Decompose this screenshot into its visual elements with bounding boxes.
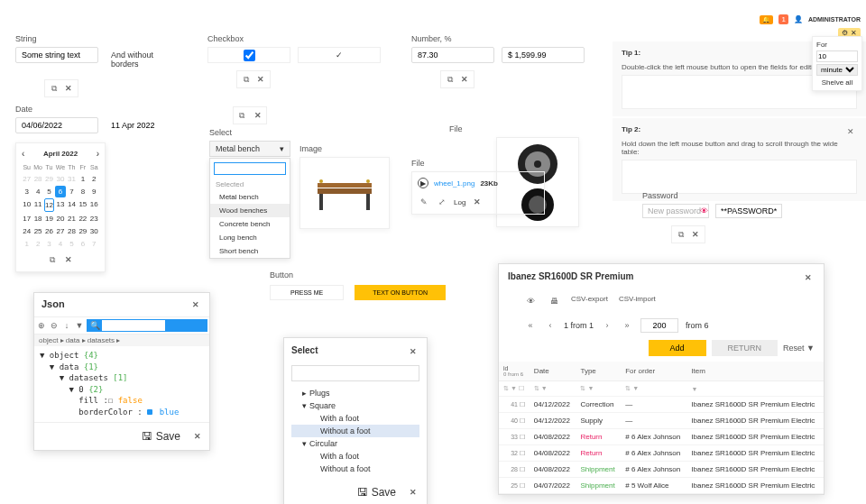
close-icon[interactable]: ✕ [62, 253, 75, 266]
expand-icon[interactable]: ⤢ [436, 196, 448, 208]
return-button[interactable]: RETURN [712, 340, 778, 356]
edit-icon[interactable]: ✎ [418, 196, 430, 208]
first-page-icon[interactable]: « [524, 319, 537, 332]
number-input-2[interactable] [502, 47, 585, 63]
col-item[interactable]: Item [686, 362, 824, 381]
cal-day[interactable]: 6 [55, 186, 65, 197]
json-line[interactable]: fill :☐ false [40, 395, 204, 407]
sort-icon[interactable]: ↓ [61, 319, 72, 332]
checkbox-2-cell[interactable]: ✓ [298, 47, 381, 63]
filter-type[interactable]: ⇅ ▼ [576, 381, 621, 397]
cal-day[interactable]: 4 [32, 186, 42, 197]
select-control[interactable]: Metal bench ▾ [209, 141, 290, 157]
text-on-button[interactable]: TEXT ON BUTTON [355, 285, 446, 300]
table-row[interactable]: 25 ☐04/07/2022Shippment# 5 Wolf AliceIba… [499, 478, 824, 494]
cal-day[interactable]: 14 [67, 198, 77, 212]
close-icon[interactable]: ✕ [407, 345, 419, 358]
csv-export[interactable]: CSV-export [571, 295, 608, 307]
cal-day[interactable]: 20 [55, 213, 65, 225]
close-icon[interactable]: ✕ [471, 196, 484, 208]
cal-day[interactable]: 12 [44, 198, 54, 212]
select2-search[interactable] [291, 365, 419, 381]
select-option[interactable]: Concrete bench [210, 217, 290, 231]
cal-day[interactable]: 9 [89, 186, 99, 197]
select-option[interactable]: Metal bench [210, 190, 290, 204]
json-save-button[interactable]: 🖫Save [136, 428, 186, 444]
copy-icon[interactable]: ⧉ [46, 253, 59, 266]
cal-day[interactable]: 7 [67, 186, 77, 197]
string-input[interactable] [15, 47, 98, 63]
cal-day[interactable]: 30 [55, 173, 65, 185]
col-type[interactable]: Type [576, 362, 621, 381]
file-log[interactable]: Log [454, 198, 465, 206]
cal-day[interactable]: 6 [78, 238, 88, 250]
filter-id[interactable]: ⇅ ▼ ☐ [499, 381, 530, 397]
cal-day[interactable]: 15 [78, 198, 88, 212]
cal-day[interactable]: 7 [89, 238, 99, 250]
file-name[interactable]: wheel_1.png [434, 179, 474, 188]
copy-icon[interactable]: ⧉ [48, 82, 60, 95]
cal-day[interactable]: 25 [32, 225, 42, 237]
expand-all-icon[interactable]: ⊕ [36, 319, 47, 332]
last-page-icon[interactable]: » [621, 319, 633, 332]
bell-icon[interactable]: 🔔 [760, 15, 773, 24]
select2-save-button[interactable]: 🖫Save [352, 484, 401, 500]
tree-item[interactable]: ▾Circular [291, 437, 419, 450]
cal-day[interactable]: 18 [32, 213, 42, 225]
json-search-input[interactable] [102, 320, 165, 331]
cal-day[interactable]: 27 [55, 225, 65, 237]
prev-page-icon[interactable]: ‹ [544, 319, 557, 332]
copy-icon[interactable]: ⧉ [240, 73, 253, 86]
password-input-new[interactable] [642, 204, 709, 218]
cal-day[interactable]: 5 [44, 186, 54, 197]
json-line[interactable]: ▼ data {1} [40, 362, 204, 373]
json-breadcrumb[interactable]: object ▸ data ▸ datasets ▸ [34, 334, 209, 346]
cal-day[interactable]: 29 [78, 225, 88, 237]
cal-day[interactable]: 3 [22, 186, 32, 197]
cal-day[interactable]: 23 [89, 213, 99, 225]
next-page-icon[interactable]: › [601, 319, 613, 332]
close-icon[interactable]: ✕ [62, 82, 75, 95]
visibility-icon[interactable]: 👁 [700, 206, 708, 215]
cal-day[interactable]: 24 [22, 225, 32, 237]
cal-day[interactable]: 2 [89, 173, 99, 185]
cal-day[interactable]: 26 [44, 225, 54, 237]
cal-day[interactable]: 27 [22, 173, 32, 185]
eye-icon[interactable]: 👁 [524, 295, 537, 307]
col-date[interactable]: Date [530, 362, 576, 381]
table-row[interactable]: 28 ☐04/08/2022Shippment# 6 Alex JohnsonI… [499, 462, 824, 478]
cal-day[interactable]: 1 [78, 173, 88, 185]
play-icon[interactable]: ▶ [418, 178, 428, 188]
add-button[interactable]: Add [649, 340, 706, 356]
cal-day[interactable]: 11 [32, 198, 42, 212]
cal-day[interactable]: 1 [22, 238, 32, 250]
date-input-2[interactable] [106, 117, 189, 133]
table-row[interactable]: 41 ☐04/12/2022Correction—Ibanez SR1600D … [499, 397, 824, 413]
cal-day[interactable]: 28 [32, 173, 42, 185]
collapse-all-icon[interactable]: ⊖ [49, 319, 60, 332]
snooze-shelve[interactable]: Shelve all [816, 78, 858, 87]
close-icon[interactable]: ✕ [252, 109, 264, 122]
csv-import[interactable]: CSV-import [619, 295, 656, 307]
table-row[interactable]: 32 ☐04/08/2022Return# 6 Alex JohnsonIban… [499, 445, 824, 462]
tree-item[interactable]: Without a foot [291, 463, 419, 475]
user-icon[interactable]: 👤 [794, 15, 803, 23]
image-preview[interactable] [299, 157, 390, 229]
json-line[interactable]: borderColor : blue [40, 407, 204, 418]
cal-day[interactable]: 19 [44, 213, 54, 225]
cal-day[interactable]: 2 [32, 238, 42, 250]
print-icon[interactable]: 🖶 [548, 295, 560, 307]
close-icon[interactable]: ✕ [189, 298, 202, 311]
tree-item[interactable]: ▾Square [291, 399, 419, 412]
cal-day[interactable]: 10 [22, 198, 32, 212]
select-search[interactable] [214, 162, 286, 175]
cal-day[interactable]: 30 [89, 225, 99, 237]
tree-item[interactable]: With a foot [291, 450, 419, 463]
cal-prev[interactable]: ‹ [22, 149, 24, 159]
select-option[interactable]: Wood benches [210, 204, 290, 217]
tree-item[interactable]: With a foot [291, 412, 419, 425]
copy-icon[interactable]: ⧉ [235, 109, 248, 122]
copy-icon[interactable]: ⧉ [444, 73, 456, 86]
cal-day[interactable]: 5 [67, 238, 77, 250]
json-line[interactable]: ▼ 0 {2} [40, 384, 204, 396]
